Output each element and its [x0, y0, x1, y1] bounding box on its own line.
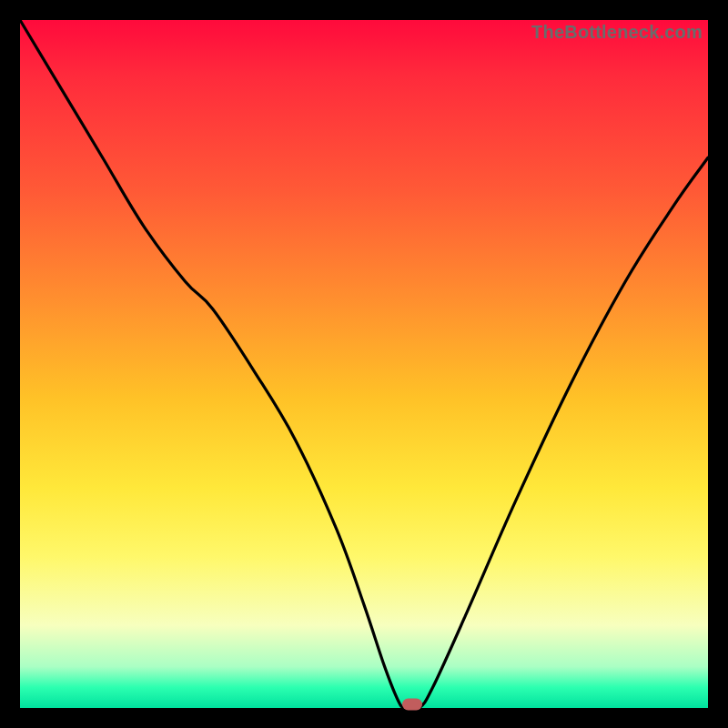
plot-area: TheBottleneck.com	[20, 20, 708, 708]
chart-frame: TheBottleneck.com	[0, 0, 728, 728]
optimal-point-marker	[402, 699, 422, 711]
bottleneck-curve	[20, 20, 708, 708]
